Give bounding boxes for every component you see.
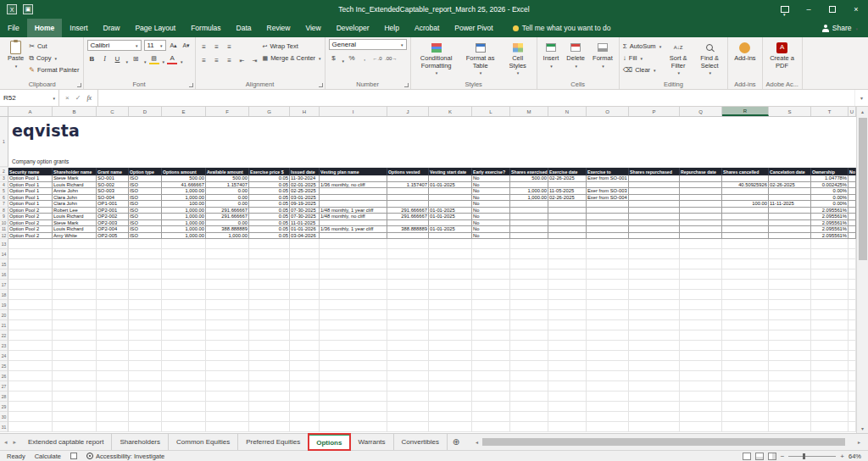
cell-R25[interactable] — [722, 361, 769, 371]
cell-O3[interactable]: Exer from SO-001 — [587, 175, 629, 182]
merge-center-button[interactable]: Merge & Center — [263, 53, 321, 64]
cell-M22[interactable] — [510, 330, 548, 341]
cell-N20[interactable] — [548, 310, 587, 320]
cell-T4[interactable]: 0.002425% — [811, 182, 849, 189]
cell-M12[interactable] — [510, 233, 548, 240]
cell-Q5[interactable] — [680, 188, 722, 195]
cell-E30[interactable] — [162, 412, 206, 422]
sort-filter-button[interactable]: Sort & Filter — [664, 39, 693, 77]
cell-J11[interactable]: 388.888889 — [387, 226, 429, 233]
cell-O22[interactable] — [587, 330, 629, 341]
cell-L5[interactable]: No — [472, 188, 510, 195]
row-header-3[interactable]: 3 — [0, 175, 8, 182]
cell-Q19[interactable] — [680, 300, 722, 310]
cell-R22[interactable] — [722, 330, 769, 341]
cell-C12[interactable]: OP2-005 — [97, 233, 129, 240]
cell-A10[interactable]: Option Pool 2 — [8, 220, 53, 227]
cell-S10[interactable] — [769, 220, 811, 227]
font-size-select[interactable]: 11 — [144, 40, 166, 51]
cell-E31[interactable] — [162, 422, 206, 432]
cell-F28[interactable] — [206, 392, 249, 402]
cell-L13[interactable] — [472, 239, 510, 249]
cell-J21[interactable] — [387, 320, 429, 330]
cell-D23[interactable] — [129, 341, 162, 351]
ribbon-tab-help[interactable]: Help — [376, 19, 406, 37]
cell-S6[interactable] — [769, 195, 811, 202]
ribbon-display-options-icon[interactable] — [773, 0, 797, 19]
cell-L26[interactable] — [472, 371, 510, 381]
paste-button[interactable]: Paste — [5, 39, 26, 69]
cell-I5[interactable] — [320, 188, 387, 195]
cell-J26[interactable] — [387, 371, 429, 381]
cell-E4[interactable]: 41.666667 — [162, 182, 206, 189]
cell-H5[interactable]: 02-25-2025 — [290, 188, 320, 195]
cell-T25[interactable] — [811, 361, 849, 371]
cell-N6[interactable]: 02-26-2025 — [548, 195, 587, 202]
cell-J31[interactable] — [387, 422, 429, 432]
cell-B11[interactable]: Louis Richard — [53, 226, 97, 233]
cell-B18[interactable] — [53, 290, 97, 300]
cell-P8[interactable] — [629, 208, 680, 214]
name-box[interactable]: R52 — [0, 90, 59, 106]
cell-U29[interactable] — [849, 402, 856, 412]
cell-J20[interactable] — [387, 310, 429, 320]
cell-P23[interactable] — [629, 341, 680, 351]
cell-B19[interactable] — [53, 300, 97, 310]
cell-J27[interactable] — [387, 381, 429, 392]
cell-U18[interactable] — [849, 290, 856, 300]
cell-A15[interactable] — [8, 259, 53, 269]
cell-P24[interactable] — [629, 351, 680, 361]
cell-I31[interactable] — [320, 422, 387, 432]
tab-scroll-left-icon[interactable]: ◂ — [4, 439, 8, 446]
table-header-F[interactable]: Available amount — [206, 168, 249, 175]
accounting-format-button[interactable] — [329, 53, 339, 64]
number-dialog-launcher-icon[interactable] — [404, 83, 409, 87]
cell-I3[interactable] — [320, 175, 387, 182]
cell-L11[interactable]: No — [472, 226, 510, 233]
cell-G9[interactable]: 0.05 — [249, 214, 290, 220]
cell-Q10[interactable] — [680, 220, 722, 227]
cell-N30[interactable] — [548, 412, 587, 422]
cell-E5[interactable]: 1,000.00 — [162, 188, 206, 195]
cell-O11[interactable] — [587, 226, 629, 233]
cell-D12[interactable]: ISO — [129, 233, 162, 240]
cell-H12[interactable]: 03-04-2026 — [290, 233, 320, 240]
cell-K3[interactable] — [429, 175, 472, 182]
cell-P26[interactable] — [629, 371, 680, 381]
cell-C10[interactable]: OP2-003 — [97, 220, 129, 227]
clear-button[interactable]: Clear — [623, 64, 661, 75]
cell-A6[interactable]: Option Pool 1 — [8, 195, 53, 202]
row-header-15[interactable]: 15 — [0, 259, 8, 269]
cell-S17[interactable] — [769, 280, 811, 290]
table-header-S[interactable]: Cancelation date — [769, 168, 811, 175]
cell-B29[interactable] — [53, 402, 97, 412]
cell-N13[interactable] — [548, 239, 587, 249]
row-header-26[interactable]: 26 — [0, 371, 8, 381]
cell-D7[interactable]: ISO — [129, 201, 162, 208]
cell-S28[interactable] — [769, 392, 811, 402]
table-header-O[interactable]: Exercise to — [587, 168, 629, 175]
cell-Q25[interactable] — [680, 361, 722, 371]
cell-A5[interactable]: Option Pool 1 — [8, 188, 53, 195]
cell-J7[interactable] — [387, 201, 429, 208]
cell-G25[interactable] — [249, 361, 290, 371]
cell-Q16[interactable] — [680, 269, 722, 280]
cell-C5[interactable]: SO-003 — [97, 188, 129, 195]
cell-M16[interactable] — [510, 269, 548, 280]
cell-H29[interactable] — [290, 402, 320, 412]
cell-T16[interactable] — [811, 269, 849, 280]
cell-Q9[interactable] — [680, 214, 722, 220]
row-header-2[interactable]: 2 — [0, 168, 8, 175]
cell-U31[interactable] — [849, 422, 856, 432]
cell-F11[interactable]: 388.888889 — [206, 226, 249, 233]
cell-I14[interactable] — [320, 249, 387, 259]
align-top-button[interactable] — [199, 42, 209, 53]
cell-S12[interactable] — [769, 233, 811, 240]
cell-M29[interactable] — [510, 402, 548, 412]
cell-F18[interactable] — [206, 290, 249, 300]
cell-L17[interactable] — [472, 280, 510, 290]
cell-T24[interactable] — [811, 351, 849, 361]
cell-N27[interactable] — [548, 381, 587, 392]
cell-H23[interactable] — [290, 341, 320, 351]
cell-C13[interactable] — [97, 239, 129, 249]
